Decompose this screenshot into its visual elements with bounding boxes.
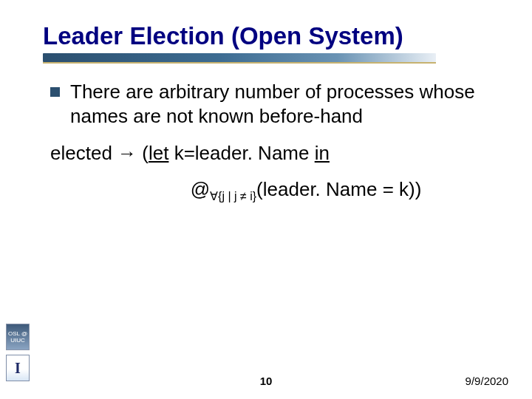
formula2-sub: ∀{j | j ≠ i} — [210, 190, 256, 202]
underline-gradient — [43, 53, 436, 62]
slide-date: 9/9/2020 — [466, 375, 508, 387]
formula1-mid: k=leader. Name — [168, 142, 314, 164]
square-bullet-icon — [50, 87, 60, 97]
slide: Leader Election (Open System) There are … — [0, 0, 532, 399]
formula2-rest: (leader. Name = k)) — [256, 178, 421, 200]
title-underline — [43, 53, 436, 64]
formula2-at: @ — [191, 178, 210, 200]
underline-shadow — [43, 62, 436, 64]
bullet-text: There are arbitrary number of processes … — [70, 80, 488, 129]
body: There are arbitrary number of processes … — [50, 80, 488, 204]
formula1-prefix: elected → ( — [50, 142, 149, 164]
formula1-in: in — [315, 142, 330, 164]
page-title: Leader Election (Open System) — [43, 22, 532, 50]
formula1-let: let — [149, 142, 168, 164]
bullet-row: There are arbitrary number of processes … — [50, 80, 488, 129]
slide-number: 10 — [260, 375, 273, 387]
formula-line-2: @∀{j | j ≠ i}(leader. Name = k)) — [124, 178, 488, 203]
illinois-logo: I — [6, 355, 30, 381]
osl-logo: OSL @ UIUC — [6, 324, 30, 350]
formula-line-1: elected → (let k=leader. Name in — [50, 142, 488, 165]
logo-stack: OSL @ UIUC I — [6, 324, 30, 381]
